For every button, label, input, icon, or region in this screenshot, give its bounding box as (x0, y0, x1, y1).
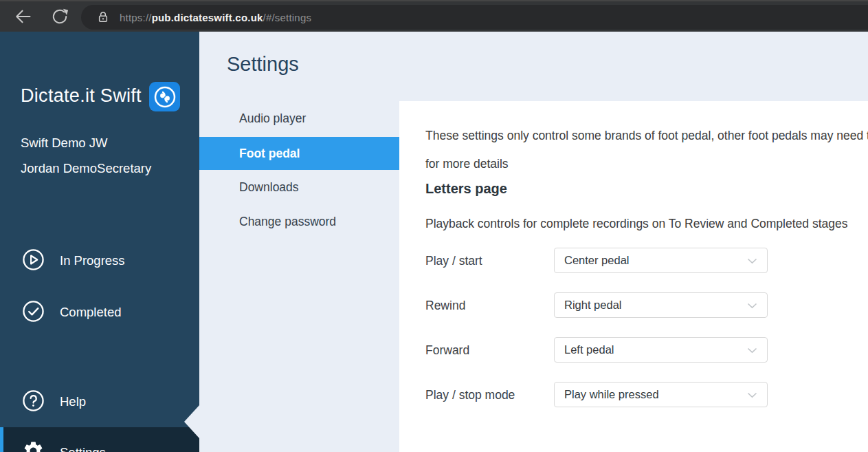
foot-pedal-panel: These settings only control some brands … (399, 101, 868, 452)
browser-toolbar: https://pub.dictateswift.co.uk/#/setting… (0, 0, 868, 32)
browser-back-button[interactable] (12, 7, 33, 28)
chevron-down-icon (747, 299, 757, 312)
url-text: https://pub.dictateswift.co.uk/#/setting… (120, 12, 311, 23)
url-path: /#/settings (263, 12, 312, 23)
sidebar-item-completed[interactable]: Completed (0, 296, 199, 329)
chevron-down-icon (747, 255, 757, 267)
sidebar-item-label: In Progress (60, 253, 125, 268)
sidebar-item-label: Completed (60, 305, 121, 320)
page-title: Settings (227, 53, 299, 76)
field-label: Play / start (425, 254, 482, 268)
gear-icon (22, 440, 45, 452)
url-scheme: https:// (120, 12, 152, 23)
user-name: Swift Demo JW (21, 136, 107, 151)
section-description: Playback controls for complete recording… (425, 217, 847, 231)
play-stop-mode-select[interactable]: Play while pressed (554, 382, 768, 407)
chevron-down-icon (747, 344, 757, 356)
question-circle-icon (22, 389, 45, 415)
field-label: Rewind (425, 299, 465, 313)
select-value: Right pedal (564, 299, 747, 312)
field-label: Play / stop mode (425, 388, 515, 402)
field-label: Forward (425, 343, 469, 358)
sidebar-item-in-progress[interactable]: In Progress (0, 244, 199, 277)
refresh-icon (50, 7, 69, 28)
tab-downloads[interactable]: Downloads (199, 171, 399, 204)
sidebar: Dictate.it Swift Swift Demo JW Jordan De… (0, 32, 199, 452)
tab-change-password[interactable]: Change password (199, 205, 399, 238)
lock-icon[interactable] (96, 10, 110, 25)
back-arrow-icon (13, 7, 32, 28)
forward-select[interactable]: Left pedal (554, 337, 768, 363)
tab-audio-player[interactable]: Audio player (199, 102, 399, 135)
user-secretary-name: Jordan DemoSecretary (21, 161, 151, 176)
rewind-select[interactable]: Right pedal (554, 292, 768, 318)
foot-pedal-notice-line1: These settings only control some brands … (425, 129, 868, 143)
select-value: Play while pressed (564, 388, 747, 401)
section-title: Letters page (425, 181, 507, 197)
play-start-select[interactable]: Center pedal (554, 248, 768, 273)
tab-foot-pedal[interactable]: Foot pedal (199, 137, 399, 170)
browser-refresh-button[interactable] (49, 7, 70, 28)
play-circle-icon (22, 248, 45, 274)
sidebar-item-label: Help (60, 394, 86, 409)
select-value: Center pedal (564, 254, 747, 267)
foot-pedal-notice-line2: for more details (425, 157, 509, 171)
app-logo-icon (149, 82, 180, 111)
sidebar-item-help[interactable]: Help (0, 385, 199, 418)
check-circle-icon (22, 300, 45, 325)
chevron-down-icon (747, 389, 757, 401)
sidebar-item-label: Settings (60, 445, 106, 452)
app-title: Dictate.it Swift (21, 85, 142, 107)
active-item-notch (184, 405, 199, 438)
url-domain: pub.dictateswift.co.uk (152, 12, 263, 23)
sidebar-item-settings[interactable]: Settings (0, 427, 199, 452)
address-bar[interactable]: https://pub.dictateswift.co.uk/#/setting… (81, 5, 868, 30)
select-value: Left pedal (564, 343, 747, 356)
